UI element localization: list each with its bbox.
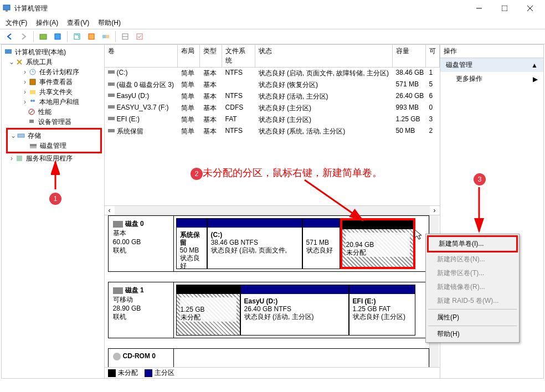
services-icon [15, 154, 24, 163]
volume-row[interactable]: EASYU_V3.7 (F:)简单基本CDFS状态良好 (主分区)993 MB0 [105, 102, 440, 114]
horizontal-scrollbar[interactable]: ‹› [105, 205, 440, 215]
col-fs[interactable]: 文件系统 [222, 45, 255, 67]
tree-task-scheduler[interactable]: ›任务计划程序 [3, 67, 103, 77]
menu-action[interactable]: 操作(A) [34, 18, 60, 28]
toolbar-icon-1[interactable] [37, 30, 49, 43]
tree-services[interactable]: › 服务和应用程序 [3, 153, 103, 163]
expand-icon[interactable]: ⌄ [10, 132, 17, 140]
volume-icon [108, 104, 115, 111]
app-icon [2, 4, 11, 13]
volume-row[interactable]: 系统保留简单基本NTFS状态良好 (系统, 活动, 主分区)50 MB2 [105, 126, 440, 137]
svg-rect-26 [30, 146, 37, 148]
svg-line-22 [30, 110, 33, 114]
clock-icon [28, 68, 37, 76]
volume-row[interactable]: (磁盘 0 磁盘分区 3)简单基本状态良好 (恢复分区)571 MB5 [105, 79, 440, 91]
svg-rect-17 [30, 79, 35, 85]
volume-row[interactable]: EFI (E:)简单基本FAT状态良好 (主分区)1.25 GB3 [105, 114, 440, 126]
svg-rect-23 [29, 120, 34, 123]
toolbar-icon-4[interactable] [85, 30, 97, 43]
toolbar-icon-2[interactable] [52, 30, 64, 43]
refresh-button[interactable] [71, 30, 83, 43]
menu-help[interactable]: 帮助(H) [427, 327, 518, 341]
maximize-button[interactable] [492, 0, 517, 17]
tree-system-tools[interactable]: ⌄ 系统工具 [3, 57, 103, 67]
partition-system-reserved[interactable]: 系统保留50 MB状态良好 [176, 218, 207, 269]
svg-rect-32 [108, 117, 115, 120]
col-volume[interactable]: 卷 [105, 45, 178, 67]
disk-0-label[interactable]: 磁盘 0 基本 60.00 GB 联机 [109, 216, 174, 271]
volume-row[interactable]: EasyU (D:)简单基本NTFS状态良好 (活动, 主分区)26.40 GB… [105, 91, 440, 102]
partition-unallocated-d1[interactable]: 1.25 GB未分配 [176, 285, 240, 336]
svg-rect-11 [106, 35, 109, 38]
col-free[interactable]: 可 [426, 45, 440, 67]
folder-icon [28, 87, 37, 96]
svg-rect-28 [108, 70, 115, 74]
svg-rect-31 [108, 105, 115, 109]
forward-button[interactable] [18, 30, 30, 43]
cdrom-icon [113, 353, 121, 360]
tree-local-users[interactable]: ›本地用户和组 [3, 97, 103, 107]
tools-icon [15, 58, 24, 66]
title-bar: 计算机管理 [0, 0, 545, 17]
tree-device-manager[interactable]: 设备管理器 [3, 117, 103, 127]
actions-disk-mgmt[interactable]: 磁盘管理 ▲ [440, 58, 543, 72]
volume-list: 卷 布局 类型 文件系统 状态 容量 可 (C:)简单基本NTFS状态良好 (启… [105, 45, 440, 205]
svg-rect-33 [108, 129, 115, 132]
volume-icon [108, 69, 115, 76]
col-capacity[interactable]: 容量 [393, 45, 426, 67]
tree-storage[interactable]: ⌄ 存储 [8, 131, 100, 141]
computer-mgmt-icon [4, 48, 13, 56]
annotation-text-2: 未分配的分区，鼠标右键，新建简单卷。 [203, 166, 382, 179]
back-button[interactable] [3, 30, 16, 43]
disk-0-row: 磁盘 0 基本 60.00 GB 联机 系统保留50 MB状态良好 (C:)38… [108, 215, 429, 272]
svg-point-20 [33, 100, 35, 102]
svg-rect-27 [17, 156, 22, 161]
window-title: 计算机管理 [14, 4, 48, 13]
menu-properties[interactable]: 属性(P) [427, 311, 518, 324]
partition-c[interactable]: (C:)38.46 GB NTFS状态良好 (启动, 页面文件, [207, 218, 302, 269]
minimize-button[interactable] [466, 0, 492, 17]
tree-shared-folders[interactable]: ›共享文件夹 [3, 87, 103, 97]
disk-graphical-view: 磁盘 0 基本 60.00 GB 联机 系统保留50 MB状态良好 (C:)38… [105, 215, 440, 367]
menu-new-striped-volume: 新建带区卷(T)... [427, 266, 518, 280]
menu-view[interactable]: 查看(V) [65, 18, 91, 28]
menu-new-spanned-volume: 新建跨区卷(N)... [427, 252, 518, 266]
partition-unallocated[interactable]: 20.94 GB未分配 [340, 218, 415, 269]
content-area: 卷 布局 类型 文件系统 状态 容量 可 (C:)简单基本NTFS状态良好 (启… [105, 45, 440, 378]
col-layout[interactable]: 布局 [178, 45, 200, 67]
menu-file[interactable]: 文件(F) [3, 18, 29, 28]
disk-icon [113, 287, 123, 294]
disk-mgmt-icon [29, 141, 38, 150]
toolbar-icon-7[interactable] [133, 30, 146, 43]
menu-new-simple-volume[interactable]: 新建简单卷(I)... [429, 237, 516, 251]
actions-more[interactable]: 更多操作 ▶ [440, 72, 543, 86]
svg-rect-15 [5, 49, 12, 54]
tree-disk-management[interactable]: 磁盘管理 [8, 141, 100, 151]
actions-header: 操作 [440, 45, 543, 58]
toolbar-icon-5[interactable] [100, 30, 112, 43]
menu-new-mirrored-volume: 新建镜像卷(R)... [427, 280, 518, 294]
partition-recovery[interactable]: 571 MB状态良好 [302, 218, 340, 269]
svg-rect-9 [89, 34, 94, 39]
tree-root[interactable]: 计算机管理(本地) [3, 47, 103, 57]
col-status[interactable]: 状态 [255, 45, 393, 67]
toolbar-icon-6[interactable] [119, 30, 131, 43]
svg-rect-1 [6, 10, 8, 12]
annotation-badge-3: 3 [474, 173, 486, 185]
volume-icon [108, 81, 115, 89]
tree-event-viewer[interactable]: ›事件查看器 [3, 77, 103, 87]
close-button[interactable] [517, 0, 543, 17]
volume-row[interactable]: (C:)简单基本NTFS状态良好 (启动, 页面文件, 故障转储, 主分区)38… [105, 68, 440, 79]
col-type[interactable]: 类型 [200, 45, 222, 67]
volume-list-header: 卷 布局 类型 文件系统 状态 容量 可 [105, 45, 440, 68]
disk-1-label[interactable]: 磁盘 1 可移动 28.90 GB 联机 [109, 282, 174, 338]
expand-icon[interactable]: ⌄ [8, 58, 15, 66]
svg-rect-6 [40, 34, 47, 39]
partition-easyu[interactable]: EasyU (D:)26.40 GB NTFS状态良好 (活动, 主分区) [240, 285, 349, 336]
partition-efi[interactable]: EFI (E:)1.25 GB FAT状态良好 (主分区) [349, 285, 415, 336]
menu-help[interactable]: 帮助(H) [96, 18, 123, 28]
event-icon [28, 78, 37, 86]
cdrom-label[interactable]: CD-ROM 0 [109, 349, 174, 367]
toolbar [0, 29, 545, 44]
tree-performance[interactable]: 性能 [3, 107, 103, 117]
